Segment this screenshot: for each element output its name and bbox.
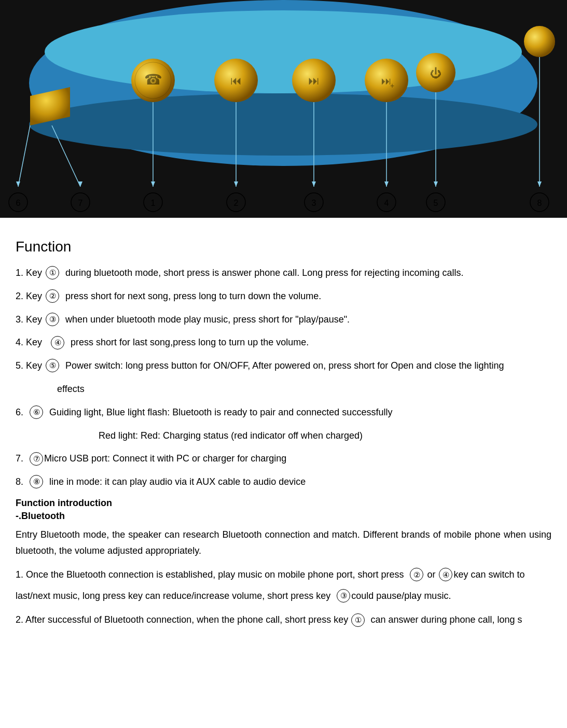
intro-item-1-suffix: key can switch to (453, 569, 524, 580)
svg-text:5: 5 (434, 199, 438, 207)
function-3-label: 3. Key ③ (16, 312, 60, 327)
intro-item-1: 1. Once the Bluetooth connection is esta… (16, 567, 551, 583)
circle-num-5: ⑤ (46, 359, 59, 372)
function-5-text: Power switch: long press button for ON/O… (60, 358, 504, 373)
function-7-label: 7. ⑦ (16, 451, 44, 466)
circle-num-intro-4: ④ (439, 568, 452, 581)
function-item-6: 6. ⑥ Guiding light, Blue light flash: Bl… (16, 405, 551, 420)
svg-text:☎: ☎ (144, 72, 162, 88)
function-3-text: when under bluetooth mode play music, pr… (60, 312, 350, 327)
circle-num-intro-3: ③ (337, 589, 350, 603)
circle-num-8: ⑧ (30, 475, 43, 488)
intro-item-1-line2-text: last/next music, long press key can redu… (16, 591, 336, 601)
function-4-text: press short for last song,press long to … (65, 335, 309, 350)
svg-text:4: 4 (384, 199, 389, 207)
function-5-label: 5. Key ⑤ (16, 358, 60, 373)
svg-text:⏻: ⏻ (430, 67, 441, 80)
svg-text:7: 7 (78, 199, 83, 207)
svg-text:6: 6 (16, 199, 21, 207)
intro-item-2-prefix: 2. After successful of Bluetooth connect… (16, 614, 348, 625)
function-intro-title: Function introduction (16, 498, 551, 509)
function-8-text: line in mode: it can play audio via it A… (44, 474, 306, 489)
content-section: Function 1. Key ① during bluetooth mode,… (0, 223, 567, 643)
function-2-text: press short for next song, press long to… (60, 289, 321, 304)
circle-num-3: ③ (46, 313, 59, 326)
function-6-label: 6. ⑥ (16, 405, 44, 420)
svg-text:⏭: ⏭ (308, 74, 320, 87)
function-item-4: 4. Key ④ press short for last song,press… (16, 335, 551, 350)
svg-text:3: 3 (312, 199, 316, 207)
function-item-2: 2. Key ② press short for next song, pres… (16, 289, 551, 304)
svg-text:2: 2 (234, 199, 239, 207)
intro-item-1-line2: last/next music, long press key can redu… (16, 588, 551, 604)
svg-text:8: 8 (537, 199, 542, 207)
circle-num-7: ⑦ (30, 452, 43, 466)
function-item-1: 1. Key ① during bluetooth mode, short pr… (16, 265, 551, 281)
intro-item-1-line2-suffix: could pause/play music. (351, 591, 451, 601)
function-item-3: 3. Key ③ when under bluetooth mode play … (16, 312, 551, 327)
function-item-5: 5. Key ⑤ Power switch: long press button… (16, 358, 551, 373)
circle-num-4: ④ (51, 336, 64, 349)
diagram-section: ☎ ⏮ ⏭ ⏭ + ⏻ (0, 0, 567, 218)
function-6-subtext: Red light: Red: Charging status (red ind… (16, 428, 551, 443)
intro-item-1-prefix: 1. Once the Bluetooth connection is esta… (16, 569, 409, 580)
circle-num-2: ② (46, 289, 59, 303)
svg-text:+: + (390, 81, 394, 90)
svg-point-3 (29, 93, 537, 156)
circle-num-6: ⑥ (30, 405, 43, 419)
function-8-label: 8. ⑧ (16, 474, 44, 489)
function-6-text: Guiding light, Blue light flash: Bluetoo… (44, 405, 392, 420)
function-7-text: Micro USB port: Connect it with PC or ch… (44, 451, 286, 466)
intro-or: or (424, 569, 438, 580)
function-2-label: 2. Key ② (16, 289, 60, 304)
svg-text:1: 1 (151, 199, 156, 207)
function-1-label: 1. Key ① (16, 265, 60, 281)
intro-para-1: Entry Bluetooth mode, the speaker can re… (16, 527, 551, 558)
intro-item-2-suffix: can answer during phone call, long s (368, 614, 522, 625)
svg-point-19 (524, 26, 555, 57)
circle-num-1: ① (46, 266, 59, 279)
bluetooth-title: -.Bluetooth (16, 511, 551, 522)
circle-num-intro-1: ① (351, 613, 365, 627)
function-5-subtext: effects (16, 382, 551, 397)
circle-num-intro-2: ② (410, 568, 423, 581)
function-item-8: 8. ⑧ line in mode: it can play audio via… (16, 474, 551, 489)
intro-item-2: 2. After successful of Bluetooth connect… (16, 612, 551, 628)
function-4-label: 4. Key ④ (16, 335, 65, 350)
section-title: Function (16, 239, 551, 255)
function-1-text: during bluetooth mode, short press is an… (60, 265, 463, 281)
function-item-7: 7. ⑦ Micro USB port: Connect it with PC … (16, 451, 551, 466)
svg-text:⏮: ⏮ (230, 74, 242, 87)
